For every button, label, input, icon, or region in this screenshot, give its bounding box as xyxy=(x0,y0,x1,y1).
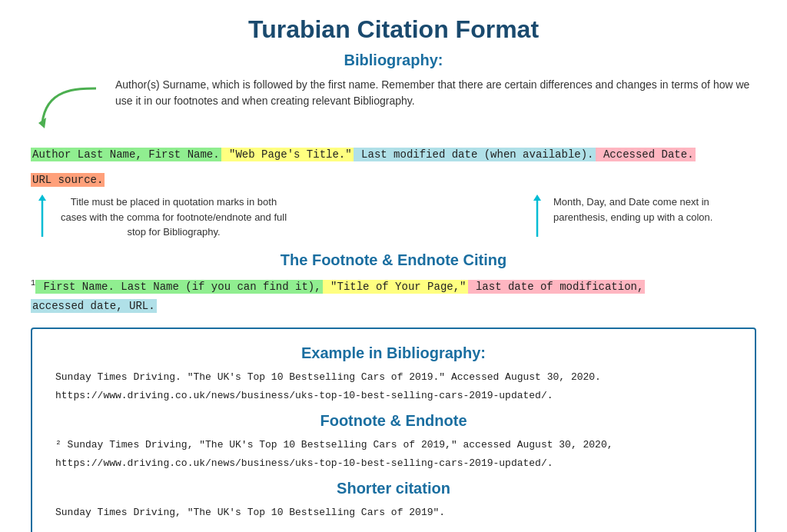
footnote-first-last: First Name. Last Name (if you can find i… xyxy=(35,280,323,294)
example-shorter-title: Shorter citation xyxy=(55,480,732,497)
footnote-section-title: The Footnote & Endnote Citing xyxy=(31,251,756,269)
footnote-last-modified: last date of modification, xyxy=(468,280,646,294)
bibliography-description: Author(s) Surname, which is followed by … xyxy=(115,77,756,109)
accessed-highlight: Accessed Date. xyxy=(596,148,696,161)
bibliography-section-title: Bibliography: xyxy=(31,52,756,69)
web-title-highlight: "Web Page's Title." xyxy=(221,148,354,161)
annotation-right-text: Month, Day, and Date come next in parent… xyxy=(553,195,756,224)
example-bibliography-text: Sunday Times Driving. "The UK's Top 10 B… xyxy=(55,368,732,404)
footnote-accessed-url: accessed date, URL. xyxy=(31,299,157,313)
example-box: Example in Bibliography: Sunday Times Dr… xyxy=(31,328,756,532)
bibliography-url-line: URL source. xyxy=(31,169,756,191)
footnote-section: The Footnote & Endnote Citing 1 First Na… xyxy=(31,251,756,316)
green-arrow-icon xyxy=(31,81,108,135)
author-highlight: Author Last Name, First Name. xyxy=(31,148,221,161)
url-highlight: URL source. xyxy=(31,173,105,187)
bibliography-section: Bibliography: Author(s) Surname, which i… xyxy=(31,52,756,244)
footnote-title: "Title of Your Page," xyxy=(323,280,468,294)
cyan-arrow-up-right-icon xyxy=(526,195,549,241)
example-footnote-title: Footnote & Endnote xyxy=(55,412,732,430)
example-bibliography-title: Example in Bibliography: xyxy=(55,344,732,362)
page-title: Turabian Citation Format xyxy=(31,15,756,44)
example-footnote-text: ² Sunday Times Driving, "The UK's Top 10… xyxy=(55,436,732,472)
cyan-arrow-up-left-icon xyxy=(31,195,54,241)
svg-marker-1 xyxy=(38,195,46,201)
example-shorter-text: Sunday Times Driving, "The UK's Top 10 B… xyxy=(55,504,732,521)
svg-marker-2 xyxy=(533,195,541,201)
footnote-citation-line1: 1 First Name. Last Name (if you can find… xyxy=(31,277,756,297)
bibliography-citation-line: Author Last Name, First Name. "Web Page'… xyxy=(31,144,756,166)
annotation-left-text: Title must be placed in quotation marks … xyxy=(58,195,289,240)
modified-highlight: Last modified date (when available). xyxy=(354,148,596,161)
footnote-citation-line2: accessed date, URL. xyxy=(31,297,756,316)
